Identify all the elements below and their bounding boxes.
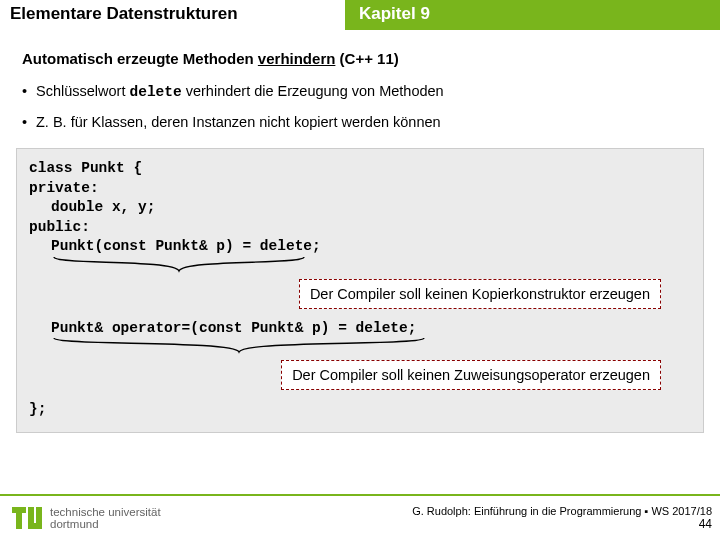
svg-rect-4: [28, 523, 42, 529]
section-title-part-a: Automatisch erzeugte Methoden: [22, 50, 258, 67]
footer-credit-block: G. Rudolph: Einführung in die Programmie…: [412, 505, 720, 531]
bullet1-keyword: delete: [129, 84, 181, 100]
header-title-left: Elementare Datenstrukturen: [0, 0, 345, 30]
content-area: Automatisch erzeugte Methoden verhindern…: [0, 30, 720, 433]
logo-line1: technische universität: [50, 506, 161, 518]
code-line-1: class Punkt {: [29, 159, 691, 179]
bullet-item-1: Schlüsselwort delete verhindert die Erze…: [36, 83, 698, 100]
curly-brace-icon: [49, 336, 429, 354]
logo-line2: dortmund: [50, 518, 161, 530]
tu-logo-icon: [10, 501, 44, 535]
footer-bar: technische universität dortmund G. Rudol…: [0, 494, 720, 540]
bullet1-text-a: Schlüsselwort: [36, 83, 129, 99]
section-title-part-c: (C++ 11): [335, 50, 398, 67]
section-title-emph: verhindern: [258, 50, 336, 67]
code-line-2: private:: [29, 179, 691, 199]
bullet-list: Schlüsselwort delete verhindert die Erze…: [22, 83, 698, 130]
code-line-4: public:: [29, 218, 691, 238]
header-title-right: Kapitel 9: [345, 0, 720, 30]
code-line-7: };: [29, 400, 691, 420]
bullet1-text-b: verhindert die Erzeugung von Methoden: [182, 83, 444, 99]
code-line-3: double x, y;: [29, 198, 691, 218]
page-number: 44: [412, 517, 712, 531]
note-box-1: Der Compiler soll keinen Kopierkonstrukt…: [299, 279, 661, 309]
footer-credit: G. Rudolph: Einführung in die Programmie…: [412, 505, 712, 517]
header-bar: Elementare Datenstrukturen Kapitel 9: [0, 0, 720, 30]
curly-brace-icon: [49, 255, 309, 273]
svg-rect-2: [28, 507, 34, 525]
logo-text: technische universität dortmund: [50, 506, 161, 530]
code-box: class Punkt { private: double x, y; publ…: [16, 148, 704, 433]
note-box-2: Der Compiler soll keinen Zuweisungsopera…: [281, 360, 661, 390]
svg-rect-3: [36, 507, 42, 525]
brace-1: [29, 257, 691, 277]
brace-2: [29, 338, 691, 358]
svg-rect-1: [16, 507, 22, 529]
note-wrap-1: Der Compiler soll keinen Kopierkonstrukt…: [29, 277, 691, 319]
bullet-item-2: Z. B. für Klassen, deren Instanzen nicht…: [36, 114, 698, 130]
university-logo: technische universität dortmund: [10, 501, 161, 535]
section-title: Automatisch erzeugte Methoden verhindern…: [22, 50, 698, 67]
note-wrap-2: Der Compiler soll keinen Zuweisungsopera…: [29, 358, 691, 400]
